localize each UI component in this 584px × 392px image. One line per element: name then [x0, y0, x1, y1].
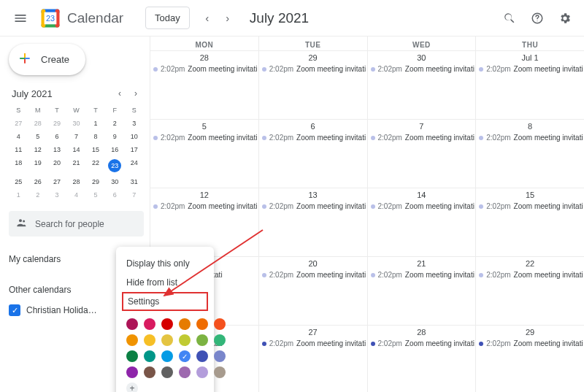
color-swatch[interactable] [196, 350, 208, 362]
event[interactable]: 2:02pmZoom meeting invitati [259, 134, 367, 142]
mini-day[interactable]: 14 [66, 144, 85, 155]
mini-day[interactable]: 9 [105, 131, 124, 142]
event[interactable]: 2:02pmZoom meeting invitati [368, 134, 476, 142]
mini-day[interactable]: 25 [9, 176, 28, 188]
event[interactable]: 2:02pmZoom meeting invitati [259, 202, 367, 210]
today-button[interactable]: Today [145, 7, 190, 29]
grid-cell[interactable]: 282:02pmZoom meeting invitati [150, 51, 258, 119]
color-swatch[interactable] [179, 350, 191, 362]
popover-item[interactable]: Display this only [116, 254, 214, 273]
color-swatch[interactable] [161, 318, 173, 330]
event[interactable]: 2:02pmZoom meeting invitati [259, 271, 367, 279]
event[interactable]: 2:02pmZoom meeting invitati [368, 339, 476, 347]
mini-day[interactable]: 31 [125, 176, 144, 188]
mini-day[interactable]: 6 [105, 189, 124, 201]
color-swatch[interactable] [144, 350, 155, 362]
color-swatch[interactable] [214, 318, 226, 330]
mini-day[interactable]: 4 [9, 131, 28, 142]
event[interactable]: 2:02pmZoom meeting invitati [150, 65, 258, 73]
mini-day[interactable]: 3 [47, 189, 66, 201]
grid-cell[interactable]: 202:02pmZoom meeting invitati [258, 257, 367, 325]
mini-day[interactable]: 28 [28, 118, 47, 129]
mini-day[interactable]: 17 [125, 144, 144, 155]
mini-day[interactable]: 5 [86, 189, 105, 201]
grid-cell[interactable]: 72:02pmZoom meeting invitati [367, 120, 476, 188]
grid-cell[interactable]: 62:02pmZoom meeting invitati [258, 120, 367, 188]
grid-cell[interactable]: 292:02pmZoom meeting invitati [258, 51, 367, 119]
mini-day[interactable]: 6 [47, 131, 66, 142]
mini-day[interactable]: 29 [86, 176, 105, 188]
mini-day[interactable]: 4 [66, 189, 85, 201]
mini-day[interactable]: 20 [47, 157, 66, 174]
mini-day[interactable]: 7 [125, 189, 144, 201]
color-swatch[interactable] [214, 366, 226, 378]
mini-day[interactable]: 13 [47, 144, 66, 155]
mini-day[interactable]: 26 [28, 176, 47, 188]
help-icon[interactable] [530, 11, 545, 26]
mini-day[interactable]: 19 [28, 157, 47, 174]
color-swatch[interactable] [126, 366, 138, 378]
event[interactable]: 2:02pmZoom meeting invitati [476, 271, 584, 279]
color-swatch[interactable] [144, 334, 155, 346]
add-color-icon[interactable]: + [126, 383, 138, 392]
menu-icon[interactable] [7, 5, 34, 31]
mini-day[interactable]: 1 [9, 189, 28, 201]
color-swatch[interactable] [179, 334, 191, 346]
color-swatch[interactable] [214, 350, 226, 362]
mini-day[interactable]: 2 [28, 189, 47, 201]
mini-day[interactable]: 15 [86, 144, 105, 155]
grid-cell[interactable]: 282:02pmZoom meeting invitati [367, 326, 476, 392]
color-swatch[interactable] [214, 334, 226, 346]
mini-next-icon[interactable]: › [129, 87, 142, 100]
event[interactable]: 2:02pmZoom meeting invitati [368, 65, 476, 73]
color-swatch[interactable] [196, 334, 208, 346]
event[interactable]: 2:02pmZoom meeting invitati [259, 65, 367, 73]
mini-day[interactable]: 5 [28, 131, 47, 142]
grid-cell[interactable]: 292:02pmZoom meeting invitati [475, 326, 584, 392]
event[interactable]: 2:02pmZoom meeting invitati [259, 339, 367, 347]
mini-prev-icon[interactable]: ‹ [113, 87, 126, 100]
mini-day[interactable]: 27 [47, 176, 66, 188]
gear-icon[interactable] [558, 11, 572, 26]
event[interactable]: 2:02pmZoom meeting invitati [476, 202, 584, 210]
event[interactable]: 2:02pmZoom meeting invitati [476, 339, 584, 347]
mini-day[interactable]: 29 [47, 118, 66, 129]
color-swatch[interactable] [196, 318, 208, 330]
grid-cell[interactable]: 302:02pmZoom meeting invitati [367, 51, 476, 119]
color-swatch[interactable] [126, 350, 138, 362]
grid-cell[interactable]: 82:02pmZoom meeting invitati [475, 120, 584, 188]
search-icon[interactable] [502, 11, 517, 26]
mini-day[interactable]: 2 [105, 118, 124, 129]
color-swatch[interactable] [144, 318, 155, 330]
create-button[interactable]: Create [9, 44, 85, 75]
event[interactable]: 2:02pmZoom meeting invitati [368, 271, 476, 279]
color-swatch[interactable] [161, 350, 173, 362]
mini-day[interactable]: 8 [86, 131, 105, 142]
prev-month-icon[interactable]: ‹ [197, 8, 218, 28]
grid-cell[interactable]: 212:02pmZoom meeting invitati [367, 257, 476, 325]
checkbox-icon[interactable]: ✓ [9, 304, 20, 316]
mini-day[interactable]: 30 [66, 118, 85, 129]
mini-day[interactable]: 12 [28, 144, 47, 155]
mini-day[interactable]: 1 [86, 118, 105, 129]
grid-cell[interactable]: 152:02pmZoom meeting invitati [475, 188, 584, 256]
color-swatch[interactable] [161, 366, 173, 378]
popover-item[interactable]: Hide from list [116, 273, 214, 292]
mini-day[interactable]: 18 [9, 157, 28, 174]
color-swatch[interactable] [179, 318, 191, 330]
mini-day[interactable]: 3 [125, 118, 144, 129]
grid-cell[interactable]: 272:02pmZoom meeting invitati [258, 326, 367, 392]
mini-day[interactable]: 21 [66, 157, 85, 174]
event[interactable]: 2:02pmZoom meeting invitati [150, 202, 258, 210]
mini-day[interactable]: 22 [86, 157, 105, 174]
color-swatch[interactable] [144, 366, 155, 378]
color-swatch[interactable] [161, 334, 173, 346]
grid-cell[interactable]: 222:02pmZoom meeting invitati [475, 257, 584, 325]
settings-menu-item[interactable]: Settings [122, 292, 208, 311]
grid-cell[interactable]: 142:02pmZoom meeting invitati [367, 188, 476, 256]
mini-day[interactable]: 11 [9, 144, 28, 155]
event[interactable]: 2:02pmZoom meeting invitati [476, 65, 584, 73]
color-swatch[interactable] [179, 366, 191, 378]
mini-day[interactable]: 23 [105, 157, 124, 174]
mini-day[interactable]: 28 [66, 176, 85, 188]
